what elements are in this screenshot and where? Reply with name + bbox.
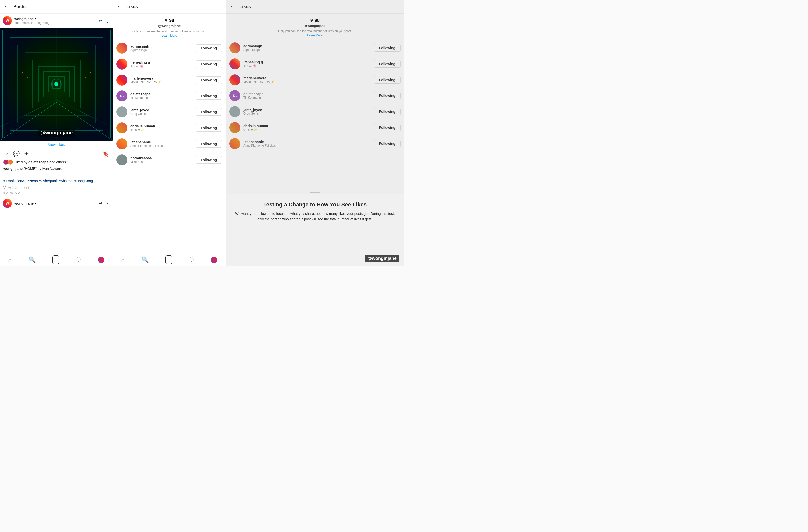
more-icon2[interactable]: ⋮: [105, 201, 110, 206]
user-handle[interactable]: agrimsingh: [243, 44, 371, 48]
user-fullname: Anne Piamonte Felicitas: [243, 144, 371, 147]
avatar[interactable]: [229, 42, 240, 53]
user-handle[interactable]: deletescape: [243, 92, 371, 96]
nav-profile2[interactable]: [211, 256, 218, 263]
avatar[interactable]: [229, 106, 240, 117]
user-info: marleneriveraMARLENE RIVERA ⚡: [243, 76, 371, 83]
avatar2[interactable]: W: [3, 199, 12, 208]
follow-button[interactable]: Following: [196, 44, 222, 52]
view-likes-link[interactable]: View Likes: [0, 140, 113, 149]
user-handle[interactable]: deletescape: [130, 92, 192, 96]
avatar[interactable]: [229, 138, 240, 149]
user-info: deletescapeTill Kottmann: [243, 92, 371, 99]
nav-add2[interactable]: +: [165, 255, 172, 264]
likes-back-icon[interactable]: ←: [117, 3, 123, 10]
svg-point-23: [90, 72, 91, 73]
follow-button[interactable]: Following: [374, 108, 401, 115]
user-item: marleneriveraMARLENE RIVERA ⚡Following: [226, 72, 404, 88]
reply-icon2[interactable]: ↩: [98, 201, 102, 206]
more-icon[interactable]: ⋮: [105, 18, 110, 23]
follow-button[interactable]: Following: [374, 140, 401, 147]
avatar[interactable]: W: [3, 16, 12, 25]
user-handle[interactable]: agrimsingh: [130, 44, 192, 49]
post-caption: wongmjane "HOME" by Iván Navarro ---: [0, 165, 113, 177]
user-fullname: IRNW. 🌸: [130, 64, 192, 68]
nav-home2[interactable]: ⌂: [121, 256, 125, 263]
post-action-buttons: ♡ 💬 ✈: [3, 151, 29, 157]
avatar[interactable]: [116, 59, 127, 70]
likes-notice-3: Only you can see the total number of lik…: [272, 29, 358, 38]
user-fullname: MARLENE RIVERA ⚡: [130, 80, 192, 84]
reply-icon[interactable]: ↩: [98, 18, 102, 23]
post-comments[interactable]: View 1 comment: [0, 185, 113, 191]
follow-button[interactable]: Following: [196, 60, 222, 68]
like-icon[interactable]: ♡: [3, 151, 8, 157]
follow-button[interactable]: Following: [196, 124, 222, 132]
user-handle[interactable]: chris.is.human: [130, 124, 192, 128]
nav-search2[interactable]: 🔍: [141, 256, 149, 263]
likes-number-3: 98: [315, 18, 320, 23]
post2-header: W wongmjane • ↩ ⋮: [0, 196, 113, 210]
avatar[interactable]: d.: [229, 90, 240, 101]
user-handle[interactable]: marlenerivera: [243, 76, 371, 80]
avatar[interactable]: [116, 122, 127, 133]
follow-button[interactable]: Following: [196, 140, 222, 148]
likes-notice: Only you can see the total number of lik…: [126, 30, 212, 38]
user-handle[interactable]: littlebananie: [130, 140, 192, 144]
avatar[interactable]: [116, 107, 127, 117]
liked-by-text: Liked by deletescape and others: [15, 160, 66, 164]
avatar[interactable]: [116, 75, 127, 86]
likes-overlay-panel: ← Likes ♥ 98 @wongmjane Only you can see…: [226, 0, 404, 266]
bookmark-icon[interactable]: 🔖: [103, 151, 109, 157]
user-info: marleneriveraMARLENE RIVERA ⚡: [130, 76, 192, 84]
nav-profile[interactable]: [98, 256, 105, 263]
user-handle[interactable]: chris.is.human: [243, 124, 371, 128]
user-handle[interactable]: jamz_joyce: [243, 108, 371, 112]
share-icon[interactable]: ✈: [24, 151, 29, 157]
user-handle[interactable]: littlebananie: [243, 140, 371, 144]
avatar[interactable]: [229, 122, 240, 133]
follow-button[interactable]: Following: [196, 156, 222, 164]
follow-button[interactable]: Following: [196, 108, 222, 116]
nav-heart2[interactable]: ♡: [189, 256, 195, 263]
likes-overlay-back-icon[interactable]: ←: [230, 3, 235, 10]
follow-button[interactable]: Following: [374, 44, 401, 52]
scroll-indicator: [226, 191, 404, 194]
caption-text: "HOME" by Iván Navarro: [24, 167, 62, 171]
user-handle[interactable]: jamz_joyce: [130, 108, 192, 112]
likes-count-row-3: ♥ 98: [310, 18, 320, 23]
post2-header-left: W wongmjane •: [3, 199, 36, 208]
likes-header: ← Likes: [113, 0, 226, 14]
follow-button[interactable]: Following: [374, 60, 401, 68]
avatar[interactable]: [229, 58, 240, 69]
user-handle[interactable]: marlenerivera: [130, 76, 192, 80]
nav-heart[interactable]: ♡: [76, 256, 81, 263]
avatar[interactable]: d.: [116, 91, 127, 101]
nav-search[interactable]: 🔍: [29, 256, 36, 263]
user-item: marleneriveraMARLENE RIVERA ⚡Following: [113, 72, 226, 88]
avatar[interactable]: [116, 43, 127, 54]
follow-button[interactable]: Following: [374, 76, 401, 83]
user-handle[interactable]: irenealing g: [243, 60, 371, 64]
follow-button[interactable]: Following: [374, 92, 401, 99]
liked-by: Liked by deletescape and others: [0, 159, 113, 165]
back-icon[interactable]: ←: [4, 3, 10, 10]
user-item: jamz_joyceGreg GoinsFollowing: [226, 104, 404, 120]
posts-header: ← Posts: [0, 0, 113, 14]
nav-home[interactable]: ⌂: [8, 256, 12, 263]
user-handle[interactable]: notmikesosa: [130, 156, 192, 160]
avatar[interactable]: [229, 74, 240, 85]
avatar[interactable]: [116, 138, 127, 149]
learn-more-link-3[interactable]: Learn More: [307, 34, 323, 37]
follow-button[interactable]: Following: [374, 124, 401, 131]
user-handle[interactable]: irenealing g: [130, 60, 192, 64]
learn-more-link[interactable]: Learn More: [162, 34, 177, 37]
user-fullname: Agrim Singh: [130, 49, 192, 52]
comment-icon[interactable]: 💬: [13, 151, 20, 157]
nav-add[interactable]: +: [52, 255, 59, 264]
follow-button[interactable]: Following: [196, 92, 222, 100]
user-info: littlebananieAnne Piamonte Felicitas: [243, 140, 371, 147]
follow-button[interactable]: Following: [196, 76, 222, 84]
avatar[interactable]: [116, 154, 127, 165]
user-fullname: Greg Goins: [243, 112, 371, 115]
